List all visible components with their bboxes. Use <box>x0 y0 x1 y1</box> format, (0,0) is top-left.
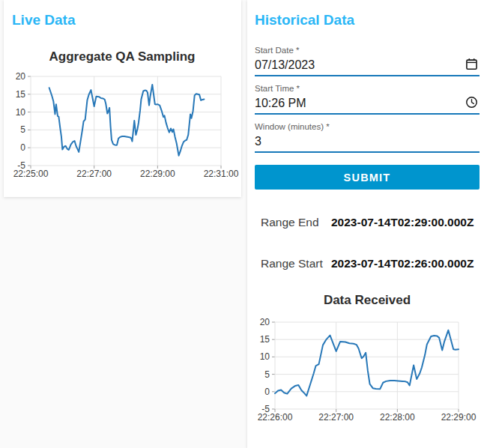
window-minutes-label: Window (minutes) * <box>255 120 480 132</box>
window-minutes-input[interactable] <box>255 133 480 149</box>
range-start-value: 2023-07-14T02:26:00.000Z <box>331 256 474 270</box>
range-start-row: Range Start 2023-07-14T02:26:00.000Z <box>255 256 480 270</box>
live-data-panel: Live Data Aggregate QA Sampling -5051015… <box>4 0 241 197</box>
window-minutes-input-row <box>255 132 480 153</box>
y-tick-label: 20 <box>16 71 26 82</box>
y-tick-label: 10 <box>16 107 26 118</box>
y-tick-label: 0 <box>264 387 270 397</box>
live-chart-title: Aggregate QA Sampling <box>4 48 241 66</box>
start-date-label: Start Date * <box>255 43 480 55</box>
data-received-chart: -50510152022:26:0022:27:0022:28:0022:29:… <box>249 312 486 434</box>
start-date-field: Start Date * <box>255 43 480 76</box>
range-start-label: Range Start <box>261 256 324 270</box>
start-time-field: Start Time * <box>255 82 480 115</box>
historical-data-heading: Historical Data <box>255 10 480 30</box>
historical-chart-title: Data Received <box>249 291 486 309</box>
window-minutes-field: Window (minutes) * <box>255 120 480 153</box>
start-time-input[interactable] <box>255 95 480 111</box>
live-chart-block: Aggregate QA Sampling -50510152022:25:00… <box>4 48 241 187</box>
x-tick-label: 22:26:00 <box>258 412 293 423</box>
y-tick-label: 15 <box>260 334 270 345</box>
historical-data-panel: Historical Data Start Date * Start Time … <box>247 0 487 448</box>
clock-icon[interactable] <box>465 96 478 109</box>
historical-chart-block: Data Received -50510152022:26:0022:27:00… <box>249 291 486 434</box>
start-time-input-row <box>255 94 480 115</box>
chart-line <box>49 85 205 156</box>
x-tick-label: 22:25:00 <box>13 169 49 179</box>
start-time-label: Start Time * <box>255 82 480 94</box>
y-tick-label: 20 <box>260 317 270 327</box>
x-tick-label: 22:27:00 <box>318 412 354 423</box>
chart-canvas: -50510152022:25:0022:27:0022:29:0022:31:… <box>4 70 241 184</box>
x-tick-label: 22:28:00 <box>380 412 415 423</box>
start-date-input-row <box>255 55 480 76</box>
range-end-row: Range End 2023-07-14T02:29:00.000Z <box>255 215 480 229</box>
x-tick-label: 22:31:00 <box>204 169 239 179</box>
x-tick-label: 22:29:00 <box>140 169 175 179</box>
submit-button[interactable]: SUBMIT <box>255 165 480 190</box>
y-tick-label: 10 <box>260 351 270 362</box>
y-tick-label: 15 <box>16 89 26 100</box>
y-tick-label: 0 <box>20 142 25 153</box>
range-end-value: 2023-07-14T02:29:00.000Z <box>331 215 474 229</box>
page: Live Data Aggregate QA Sampling -5051015… <box>0 0 487 448</box>
range-end-label: Range End <box>261 215 324 229</box>
y-tick-label: 5 <box>20 124 25 135</box>
chart-line <box>275 330 459 396</box>
x-tick-label: 22:29:00 <box>441 412 477 423</box>
live-data-heading: Live Data <box>12 10 241 30</box>
start-date-input[interactable] <box>255 57 480 73</box>
aggregate-qa-sampling-chart: -50510152022:25:0022:27:0022:29:0022:31:… <box>4 70 241 187</box>
calendar-icon[interactable] <box>465 58 478 70</box>
x-tick-label: 22:27:00 <box>76 169 112 179</box>
chart-canvas: -50510152022:26:0022:27:0022:28:0022:29:… <box>249 312 486 431</box>
y-tick-label: 5 <box>264 369 270 380</box>
